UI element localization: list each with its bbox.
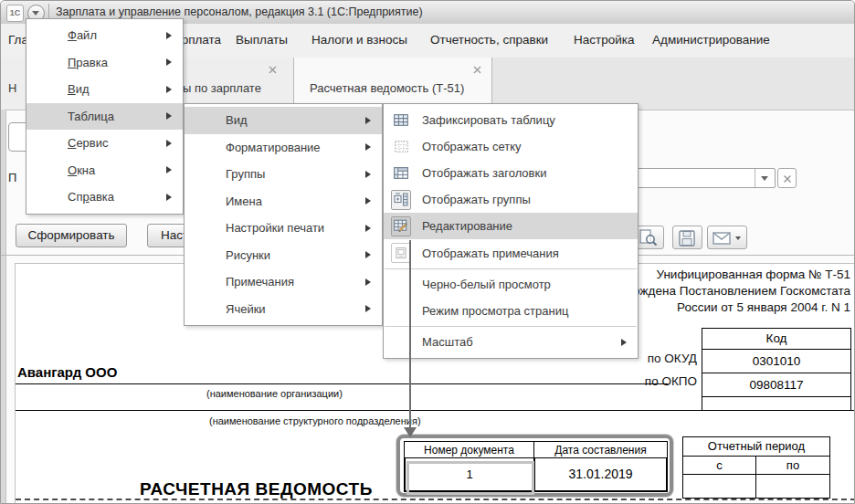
preview-icon [639,229,658,247]
menu-item-table[interactable]: Таблица [26,103,183,131]
menu-item-label: Вид [26,82,90,96]
code-empty-cell[interactable] [702,397,850,410]
menu-item-label: Справка [26,190,114,204]
submenu-arrow-icon [166,58,172,66]
menu-item-edit[interactable]: Правка [26,49,183,77]
menu-item-label: Масштаб [384,335,473,349]
menu-item-service[interactable]: Сервис [26,130,183,157]
period-header-cell[interactable]: Отчетный период [683,437,829,457]
okpo-value-cell[interactable]: 09808117 [702,373,850,397]
menu-item-page-view-mode[interactable]: Режим просмотра страниц [384,298,638,324]
menu-item-windows[interactable]: Окна [26,157,183,184]
window-title: Зарплата и управление персоналом, редакц… [56,5,423,18]
menu-item-names[interactable]: Имена [185,188,382,215]
menu-item-cells[interactable]: Ячейки [185,296,382,323]
form-field-label: П [8,171,16,184]
menu-item-label: Вид [185,113,248,127]
combo-dropdown-button[interactable] [755,169,775,187]
period-from-cell[interactable]: с [683,457,756,475]
tab-close-icon[interactable] [472,65,482,75]
organization-underline [16,383,668,384]
submenu-arrow-icon [365,117,371,124]
submenu-arrow-icon [166,166,172,173]
submenu-arrow-icon [166,194,172,201]
doc-date-header-cell[interactable]: Дата составления [533,441,668,458]
menu-item-zoom[interactable]: Масштаб [384,329,638,355]
menu-separator [385,326,637,327]
menu-item-notes[interactable]: Примечания [185,268,382,296]
period-to-cell[interactable]: по [756,457,829,475]
section-settings[interactable]: Настройка [574,33,634,47]
generate-button[interactable]: Сформировать [16,224,127,247]
menu-item-file[interactable]: Файл [26,22,183,49]
period-table: Отчетный период с по [682,436,830,499]
menu-item-editing[interactable]: Редактирование [384,213,638,239]
menu-item-bw-view[interactable]: Черно-белый просмотр [384,271,638,298]
menu-item-fix-table[interactable]: Зафиксировать таблицу [384,107,638,133]
tab-close-icon[interactable] [268,65,278,75]
annotation-arrow-line [409,240,411,428]
okpo-label: по ОКПО [604,374,697,388]
section-taxes[interactable]: Налоги и взносы [311,33,407,47]
send-email-button[interactable] [707,226,747,249]
edit-table-icon [391,216,411,236]
app-window: 1С Зарплата и управление персоналом, ред… [0,0,855,504]
chevron-down-icon [735,236,741,240]
menu-item-help[interactable]: Справка [26,184,183,211]
menu-item-view-sub[interactable]: Вид [185,107,382,134]
window-edge [1,110,6,504]
table-headers-icon [391,163,411,184]
menu-item-groups[interactable]: Группы [185,161,382,188]
table-submenu-popup: Вид Форматирование Группы Имена Настройк… [184,103,383,326]
menu-item-label: Ячейки [185,302,266,316]
submenu-arrow-icon [365,278,371,286]
organization-name[interactable]: Авангард ООО [17,364,117,380]
doc-date-cell[interactable]: 31.01.2019 [533,458,668,492]
submenu-arrow-icon [365,197,371,205]
okud-value-cell[interactable]: 0301010 [702,350,850,373]
menu-item-label: Группы [185,167,265,181]
doc-number-header-cell[interactable]: Номер документа [404,441,533,458]
period-to-value-cell[interactable] [756,475,829,498]
chevron-down-icon [761,176,768,181]
organization-caption: (наименование организации) [206,388,343,399]
menu-item-label: Окна [26,163,95,177]
code-table-header[interactable]: Код [702,329,850,350]
tab-divider [293,58,294,110]
envelope-icon [712,232,731,246]
department-caption: (наименование структурного подразделения… [209,415,421,426]
submenu-arrow-icon [166,140,172,147]
menu-item-pictures[interactable]: Рисунки [185,242,382,269]
submenu-arrow-icon [621,339,627,346]
section-reports[interactable]: Отчетность, справки [430,33,548,47]
chevron-down-icon [32,11,39,16]
submenu-arrow-icon [365,225,371,232]
tab-salary-reports-label: ы по зарплате [183,81,261,95]
menu-item-show-headers[interactable]: Отображать заголовки [384,160,638,186]
app-logo-icon: 1С [6,5,24,22]
fix-table-icon [391,110,411,131]
annotation-arrow-head [404,427,417,437]
menu-separator [385,268,637,269]
menu-item-show-groups[interactable]: Отображать группы [384,186,638,213]
menu-item-print-settings[interactable]: Настройки печати [185,215,382,242]
menu-item-formatting[interactable]: Форматирование [185,134,382,162]
menu-item-show-grid[interactable]: Отображать сетку [384,133,638,160]
tab-statement-t51[interactable]: Расчетная ведомость (Т-51) [293,58,491,110]
tab-home-label: Н [8,81,16,95]
menu-item-label: Примечания [185,275,294,289]
menu-item-label: Режим просмотра страниц [384,304,568,318]
submenu-arrow-icon [365,143,371,151]
department-underline [16,410,855,411]
period-from-value-cell[interactable] [683,475,756,498]
menu-item-label: Рисунки [185,248,270,262]
menu-item-show-notes[interactable]: Отображать примечания [384,239,638,267]
section-admin[interactable]: Администрирование [652,33,770,47]
menu-item-view[interactable]: Вид [26,76,183,103]
submenu-arrow-icon [166,112,172,120]
code-table: Код 0301010 09808117 [702,328,851,411]
menu-item-label: Файл [26,28,97,42]
combo-clear-button[interactable] [777,168,797,188]
save-button[interactable] [672,226,702,249]
section-payments[interactable]: Выплаты [236,33,288,47]
